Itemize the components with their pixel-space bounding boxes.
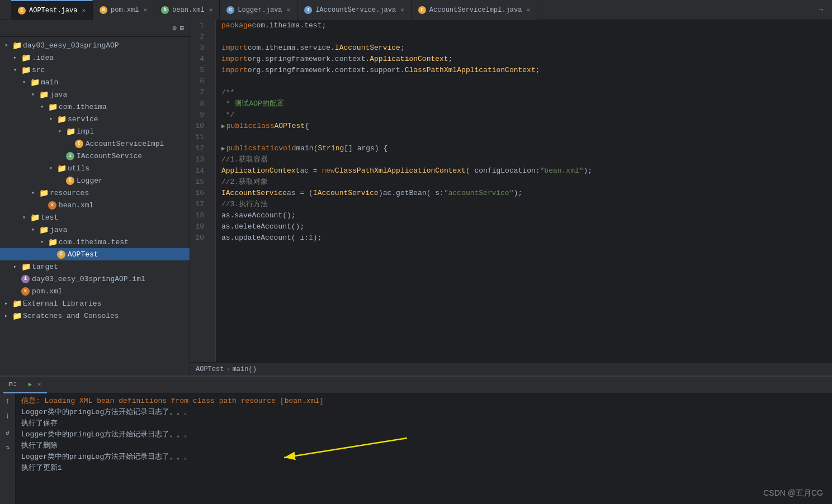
- tree-item-14[interactable]: ▾📁test: [0, 211, 190, 224]
- tab-close-logger[interactable]: ✕: [287, 6, 291, 13]
- tree-folder-icon-4: 📁: [39, 90, 49, 99]
- tree-item-5[interactable]: ▾📁com.itheima: [0, 101, 190, 113]
- code-line-20: as.updateAccount( i: 1);: [221, 232, 832, 244]
- tab-label-logger: Logger.java: [238, 6, 282, 14]
- tab-accountserviceimpl[interactable]: CAccountServiceImpl.java✕: [412, 0, 537, 20]
- tab-aoptest[interactable]: CAOPTest.java✕: [11, 0, 93, 20]
- tree-item-20[interactable]: xpom.xml: [0, 285, 190, 297]
- code-line-5: import org.springframework.context.suppo…: [221, 65, 832, 76]
- tree-arrow-18: ▸: [13, 263, 21, 270]
- sidebar-icons: ⚙ ⊞: [173, 24, 184, 32]
- tree-arrow-12: ▾: [31, 189, 39, 196]
- tab-label-iaccountservice: IAccountService.java: [315, 6, 396, 14]
- tree-item-12[interactable]: ▾📁resources: [0, 187, 190, 199]
- tree-item-19[interactable]: iday03_eesy_03springAOP.iml: [0, 273, 190, 285]
- top-bar-right-arrow: →: [819, 6, 828, 14]
- tab-icon-logger: C: [226, 6, 234, 14]
- tree-item-1[interactable]: ▸📁.idea: [0, 51, 190, 64]
- tree-item-4[interactable]: ▾📁java: [0, 88, 190, 101]
- tab-icon-pomxml: m: [100, 6, 107, 14]
- sidebar: ⚙ ⊞ ▾📁day03_eesy_03springAOP▸📁.idea▾📁src…: [0, 20, 190, 375]
- tree-item-8[interactable]: CAccountServiceImpl: [0, 137, 190, 150]
- tree-arrow-5: ▾: [40, 103, 48, 110]
- breadcrumb-sep: ›: [226, 365, 230, 373]
- tab-close-iaccountservice[interactable]: ✕: [400, 6, 404, 13]
- code-content[interactable]: package com.itheima.test; import com.ith…: [216, 20, 832, 362]
- tab-close-beanxml[interactable]: ✕: [209, 6, 213, 13]
- console-line-5: Logger类中的pringLog方法开始记录日志了。。。: [21, 451, 826, 463]
- tree-arrow-15: ▾: [31, 226, 39, 233]
- tree-label-22: Scratches and Consoles: [23, 312, 119, 320]
- sidebar-icon-layout[interactable]: ⊞: [180, 24, 184, 32]
- code-line-15: //2.获取对象: [221, 177, 832, 188]
- tree-arrow-16: ▾: [40, 239, 48, 245]
- watermark: CSDN @五月CG: [763, 487, 823, 498]
- tree-item-3[interactable]: ▾📁main: [0, 76, 190, 88]
- tree-label-17: AOPTest: [68, 250, 98, 259]
- tree-item-2[interactable]: ▾📁src: [0, 64, 190, 76]
- code-line-9: */: [221, 110, 832, 121]
- tree-item-15[interactable]: ▾📁java: [0, 224, 190, 236]
- bottom-tab-close[interactable]: ✕: [37, 381, 41, 388]
- tree-file-icon-11: C: [66, 177, 74, 185]
- console-btn-sort[interactable]: ⇅: [2, 441, 13, 453]
- tab-logger[interactable]: CLogger.java✕: [220, 0, 297, 20]
- line-number-6: 6: [190, 76, 210, 87]
- tree-item-16[interactable]: ▾📁com.itheima.test: [0, 236, 190, 248]
- run-gutter-12: ▶: [221, 143, 225, 154]
- tab-beanxml[interactable]: bbean.xml✕: [154, 0, 220, 20]
- tab-close-aoptest[interactable]: ✕: [82, 7, 86, 14]
- tree-item-22[interactable]: ▸📁Scratches and Consoles: [0, 310, 190, 322]
- tree-item-17[interactable]: CAOPTest: [0, 248, 190, 260]
- tab-iaccountservice[interactable]: IIAccountService.java✕: [297, 0, 412, 20]
- code-line-6: [221, 76, 832, 87]
- tree-label-21: External Libraries: [23, 299, 101, 308]
- line-number-10: 10: [190, 121, 210, 132]
- tree-label-2: src: [32, 66, 45, 74]
- tree-item-7[interactable]: ▾📁impl: [0, 125, 190, 137]
- tree-file-icon-8: C: [75, 140, 83, 148]
- tree-arrow-10: ▾: [49, 165, 57, 172]
- tree-arrow-14: ▾: [22, 214, 30, 221]
- tab-label-pomxml: pom.xml: [111, 6, 139, 14]
- code-line-7: /**: [221, 87, 832, 98]
- bottom-tab-n: n:: [3, 377, 22, 393]
- tab-close-pomxml[interactable]: ✕: [143, 6, 147, 13]
- tree-label-14: test: [41, 213, 58, 222]
- tab-close-accountserviceimpl[interactable]: ✕: [526, 6, 530, 13]
- main-layout: ⚙ ⊞ ▾📁day03_eesy_03springAOP▸📁.idea▾📁src…: [0, 20, 832, 375]
- tree-arrow-6: ▾: [49, 116, 57, 122]
- tab-label-accountserviceimpl: AccountServiceImpl.java: [429, 6, 522, 14]
- tree-label-12: resources: [50, 189, 89, 197]
- tree-item-10[interactable]: ▾📁utils: [0, 162, 190, 174]
- line-number-4: 4: [190, 54, 210, 65]
- line-number-9: 9: [190, 110, 210, 121]
- tree-arrow-22: ▸: [4, 312, 12, 319]
- console-btn-down[interactable]: ↓: [2, 410, 13, 421]
- tree-folder-icon-1: 📁: [21, 53, 31, 63]
- code-line-1: package com.itheima.test;: [221, 20, 832, 31]
- tree-item-13[interactable]: xbean.xml: [0, 199, 190, 211]
- top-bar: CAOPTest.java✕mpom.xml✕bbean.xml✕CLogger…: [0, 0, 832, 20]
- tree-folder-icon-21: 📁: [12, 299, 22, 308]
- tree-item-18[interactable]: ▸📁target: [0, 260, 190, 273]
- breadcrumb-item-2: main(): [233, 365, 257, 373]
- sidebar-icon-gear[interactable]: ⚙: [173, 24, 177, 32]
- tree-item-21[interactable]: ▸📁External Libraries: [0, 297, 190, 310]
- tree-item-11[interactable]: CLogger: [0, 174, 190, 187]
- editor-area: 1234567891011121314151617181920 package …: [190, 20, 832, 375]
- tree-item-0[interactable]: ▾📁day03_eesy_03springAOP: [0, 39, 190, 51]
- tree-folder-icon-18: 📁: [21, 262, 31, 272]
- tree-arrow-2: ▾: [13, 66, 21, 73]
- tree-label-6: service: [68, 115, 98, 123]
- tree-label-18: target: [32, 263, 58, 271]
- tree-item-9[interactable]: IIAccountService: [0, 150, 190, 162]
- tab-pomxml[interactable]: mpom.xml✕: [93, 0, 154, 20]
- console-btn-rerun[interactable]: ↺: [2, 427, 13, 438]
- tab-bar: CAOPTest.java✕mpom.xml✕bbean.xml✕CLogger…: [11, 0, 817, 20]
- line-number-3: 3: [190, 42, 210, 54]
- console-btn-up[interactable]: ↑: [2, 396, 13, 407]
- tree-item-6[interactable]: ▾📁service: [0, 113, 190, 125]
- console-output[interactable]: 信息: Loading XML bean definitions from cl…: [16, 393, 832, 504]
- bottom-tab-aoptest[interactable]: ▶ ✕: [22, 377, 46, 393]
